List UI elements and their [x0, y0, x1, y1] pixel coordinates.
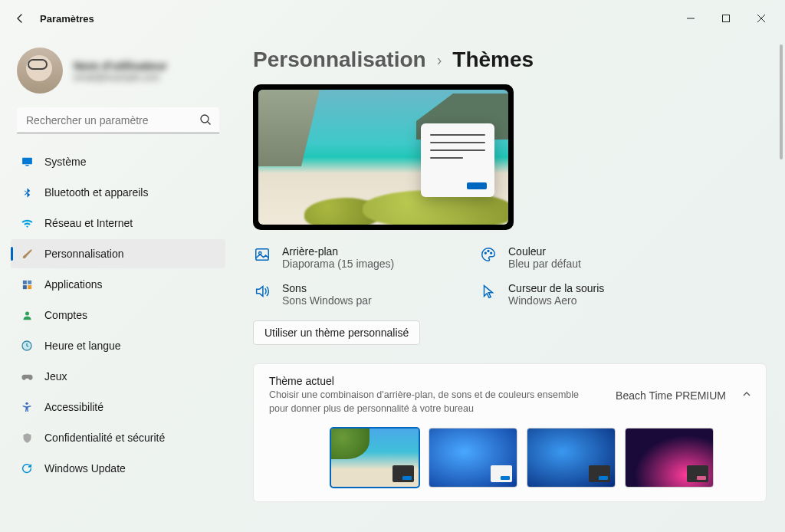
close-button[interactable]: [744, 6, 779, 31]
speaker-icon: [253, 282, 271, 300]
person-icon: [20, 308, 34, 322]
account-email: email@example.com: [74, 72, 167, 83]
preview-window-mock: [421, 123, 494, 197]
theme-thumb-2[interactable]: [429, 428, 517, 488]
chevron-up-icon: [741, 389, 752, 402]
svg-rect-5: [25, 165, 28, 166]
setting-color[interactable]: CouleurBleu par défaut: [479, 245, 682, 270]
sidebar-item-label: Confidentialité et sécurité: [44, 432, 165, 444]
breadcrumb-current: Thèmes: [452, 48, 534, 72]
window-controls: [673, 6, 779, 31]
sidebar-item-label: Comptes: [44, 309, 87, 321]
sidebar-item-gamepad[interactable]: Jeux: [11, 362, 225, 391]
theme-settings-grid: Arrière-planDiaporama (15 images) Couleu…: [253, 245, 682, 307]
sidebar-item-update[interactable]: Windows Update: [11, 454, 225, 483]
theme-preview: [253, 84, 514, 230]
svg-rect-9: [28, 285, 31, 289]
svg-point-12: [25, 402, 28, 405]
breadcrumb: Personnalisation › Thèmes: [253, 48, 767, 72]
minimize-icon: [687, 15, 695, 22]
search-icon: [199, 113, 212, 129]
svg-point-17: [491, 252, 492, 254]
minimize-button[interactable]: [673, 6, 708, 31]
svg-rect-8: [22, 285, 26, 289]
svg-rect-6: [22, 280, 26, 284]
sidebar-item-clock[interactable]: Heure et langue: [11, 331, 225, 360]
setting-sounds[interactable]: SonsSons Windows par: [253, 282, 456, 307]
sidebar-item-bluetooth[interactable]: Bluetooth et appareils: [11, 178, 225, 207]
theme-thumbnails: [330, 428, 752, 488]
setting-cursor[interactable]: Curseur de la sourisWindows Aero: [479, 282, 682, 307]
current-theme-description: Choisir une combinaison d'arrière-plan, …: [269, 389, 591, 415]
sidebar-item-label: Personnalisation: [44, 248, 124, 260]
current-theme-card: Thème actuel Choisir une combinaison d'a…: [253, 363, 767, 502]
palette-icon: [479, 245, 498, 264]
image-icon: [253, 245, 271, 264]
current-theme-header[interactable]: Thème actuel Choisir une combinaison d'a…: [269, 375, 752, 415]
breadcrumb-parent[interactable]: Personnalisation: [253, 48, 426, 72]
sidebar-item-shield[interactable]: Confidentialité et sécurité: [11, 423, 225, 452]
account-block[interactable]: Nom d'utilisateur email@example.com: [6, 43, 230, 107]
svg-rect-4: [22, 157, 32, 164]
svg-point-2: [201, 115, 209, 123]
sidebar-item-label: Système: [44, 156, 86, 168]
chevron-right-icon: ›: [437, 51, 442, 69]
svg-point-16: [488, 251, 489, 252]
sidebar-item-brush[interactable]: Personnalisation: [11, 239, 225, 268]
back-button[interactable]: [6, 5, 34, 32]
maximize-icon: [722, 15, 730, 22]
avatar: [17, 48, 63, 94]
theme-thumb-3[interactable]: [527, 428, 616, 488]
maximize-button[interactable]: [708, 6, 744, 31]
sidebar-item-label: Réseau et Internet: [44, 217, 133, 229]
sidebar-item-monitor[interactable]: Système: [11, 147, 225, 176]
window-title: Paramètres: [40, 13, 94, 25]
current-theme-title: Thème actuel: [269, 375, 600, 387]
theme-thumb-1[interactable]: [330, 428, 419, 488]
titlebar: Paramètres: [0, 0, 785, 37]
monitor-icon: [20, 155, 34, 169]
use-custom-theme-button[interactable]: Utiliser un thème personnalisé: [253, 320, 420, 345]
svg-rect-1: [723, 15, 730, 22]
apps-icon: [20, 277, 34, 291]
sidebar-item-label: Jeux: [44, 370, 67, 383]
sidebar-item-person[interactable]: Comptes: [11, 300, 225, 330]
svg-point-10: [25, 311, 29, 315]
accessibility-icon: [20, 400, 34, 414]
svg-rect-13: [256, 249, 269, 261]
cursor-icon: [479, 282, 498, 300]
sidebar-item-accessibility[interactable]: Accessibilité: [11, 392, 225, 422]
shield-icon: [20, 431, 34, 445]
sidebar-item-label: Heure et langue: [44, 340, 121, 352]
current-theme-name: Beach Time PREMIUM: [616, 389, 726, 402]
sidebar-item-label: Windows Update: [44, 462, 126, 475]
bluetooth-icon: [20, 186, 34, 199]
content-area: Personnalisation › Thèmes Arrière-planDi…: [230, 37, 785, 532]
sidebar-item-apps[interactable]: Applications: [11, 270, 225, 299]
arrow-left-icon: [14, 12, 26, 25]
nav-list: SystèmeBluetooth et appareilsRéseau et I…: [6, 144, 230, 488]
svg-point-15: [484, 252, 486, 254]
close-icon: [757, 15, 765, 22]
gamepad-icon: [20, 369, 34, 383]
update-icon: [20, 461, 34, 475]
setting-background[interactable]: Arrière-planDiaporama (15 images): [253, 245, 456, 270]
sidebar: Nom d'utilisateur email@example.com Syst…: [0, 37, 230, 532]
search-box: [17, 107, 219, 133]
sidebar-item-label: Bluetooth et appareils: [44, 186, 148, 199]
theme-thumb-4[interactable]: [625, 428, 714, 488]
search-input[interactable]: [17, 107, 219, 133]
sidebar-item-label: Applications: [44, 278, 103, 291]
sidebar-item-wifi[interactable]: Réseau et Internet: [11, 209, 225, 238]
svg-line-3: [208, 122, 211, 125]
clock-icon: [20, 339, 34, 353]
svg-rect-7: [28, 280, 31, 284]
account-name: Nom d'utilisateur: [74, 59, 167, 72]
sidebar-item-label: Accessibilité: [44, 401, 103, 413]
preview-wallpaper: [258, 90, 508, 225]
brush-icon: [20, 247, 34, 261]
scrollbar[interactable]: [780, 44, 783, 159]
wifi-icon: [20, 216, 34, 230]
